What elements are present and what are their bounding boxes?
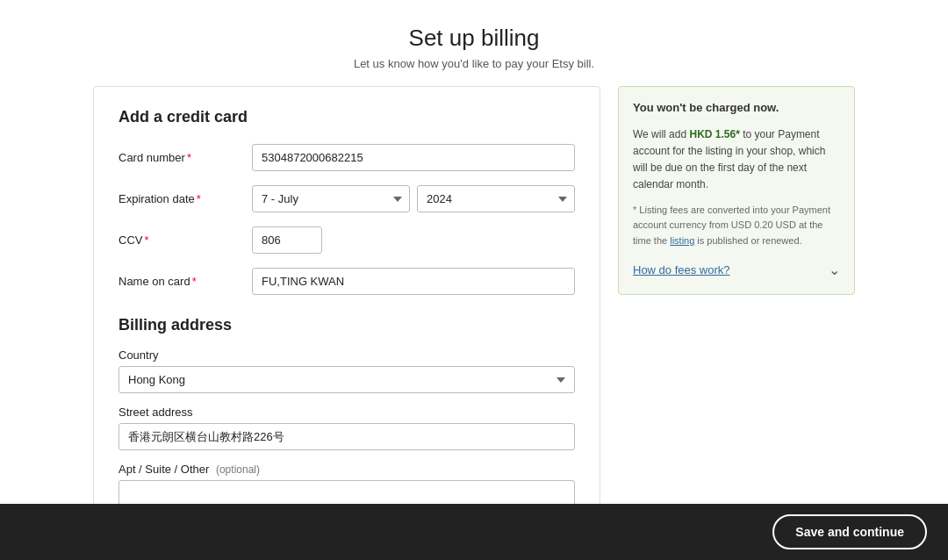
expiration-year-select[interactable]: 2024202520262027202820292030203120322033 xyxy=(417,185,575,212)
expiry-selects-row: 1 - January2 - February3 - March4 - Apri… xyxy=(252,185,575,212)
country-field: Country Hong Kong xyxy=(118,348,575,393)
country-select[interactable]: Hong Kong xyxy=(118,366,575,393)
name-on-card-row: Name on card* xyxy=(118,268,575,295)
page-header: Set up billing Let us know how you'd lik… xyxy=(0,0,948,86)
name-on-card-input[interactable] xyxy=(252,268,575,295)
info-box-body: We will add HKD 1.56* to your Payment ac… xyxy=(633,126,840,194)
ccv-row: CCV* xyxy=(118,226,575,254)
card-number-row: Card number* xyxy=(118,144,575,171)
street-input[interactable] xyxy=(118,423,575,450)
ccv-label: CCV* xyxy=(118,226,241,247)
billing-address-section-title: Billing address xyxy=(118,316,575,334)
ccv-required: * xyxy=(144,233,148,247)
card-number-required: * xyxy=(187,151,191,164)
expiration-row: Expiration date* 1 - January2 - February… xyxy=(118,185,575,212)
info-link-row: How do fees work? ⌄ xyxy=(633,259,840,282)
info-small-text: * Listing fees are converted into your P… xyxy=(633,203,840,249)
country-label: Country xyxy=(118,348,575,362)
info-box-title: You won't be charged now. xyxy=(633,99,840,118)
card-number-label: Card number* xyxy=(118,144,241,164)
how-fees-work-link[interactable]: How do fees work? xyxy=(633,262,730,280)
page-subtitle: Let us know how you'd like to pay your E… xyxy=(0,57,948,70)
expiration-inputs: 1 - January2 - February3 - March4 - Apri… xyxy=(252,185,575,212)
name-on-card-label: Name on card* xyxy=(118,268,241,288)
expiration-label: Expiration date* xyxy=(118,185,241,205)
card-number-input-col xyxy=(252,144,575,171)
card-number-input[interactable] xyxy=(252,144,575,171)
info-box: You won't be charged now. We will add HK… xyxy=(618,86,855,295)
ccv-input-col xyxy=(252,226,575,254)
credit-card-section-title: Add a credit card xyxy=(118,108,575,126)
name-on-card-input-col xyxy=(252,268,575,295)
expiration-required: * xyxy=(197,192,201,205)
ccv-input[interactable] xyxy=(252,226,322,254)
sidebar: You won't be charged now. We will add HK… xyxy=(618,86,855,560)
save-continue-button[interactable]: Save and continue xyxy=(772,514,927,549)
street-field: Street address xyxy=(118,406,575,450)
info-highlight: HKD 1.56* xyxy=(689,128,739,140)
apt-optional: (optional) xyxy=(216,463,260,476)
main-content: Add a credit card Card number* Expiratio… xyxy=(79,86,869,560)
street-label: Street address xyxy=(118,406,575,419)
expiration-month-select[interactable]: 1 - January2 - February3 - March4 - Apri… xyxy=(252,185,410,212)
apt-label: Apt / Suite / Other (optional) xyxy=(118,463,575,476)
chevron-down-icon: ⌄ xyxy=(829,259,840,282)
apt-field: Apt / Suite / Other (optional) xyxy=(118,463,575,507)
page-title: Set up billing xyxy=(0,25,948,52)
name-required: * xyxy=(192,275,197,288)
bottom-bar: Save and continue xyxy=(0,504,948,560)
form-card: Add a credit card Card number* Expiratio… xyxy=(93,86,600,560)
